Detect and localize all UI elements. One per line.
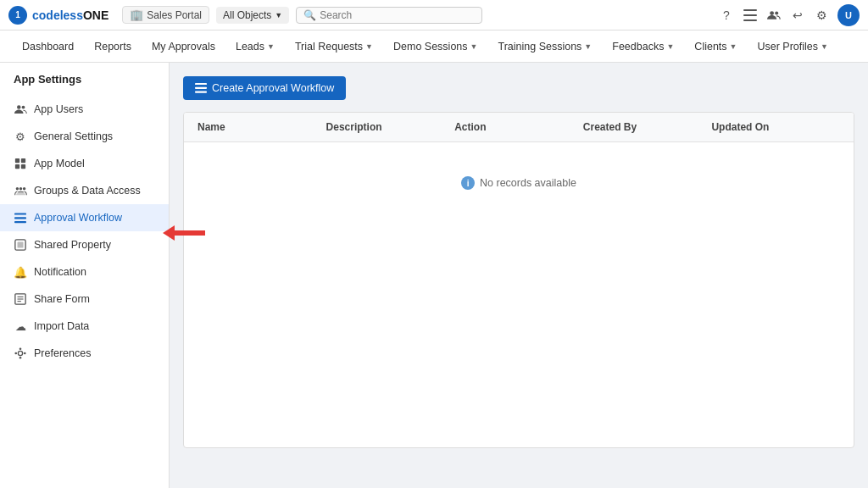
workflow-icon [14, 211, 27, 225]
chevron-down-icon: ▼ [730, 42, 737, 51]
svg-rect-28 [195, 83, 207, 85]
app-badge-icon: 🏢 [130, 8, 143, 21]
table-body: i No records available [184, 142, 854, 447]
sidebar-item-general-settings[interactable]: ⚙ General Settings [0, 123, 169, 150]
app-badge[interactable]: 🏢 Sales Portal [122, 6, 209, 24]
info-icon: i [461, 176, 475, 190]
nav-item-leads[interactable]: Leads ▼ [227, 36, 283, 58]
col-created-by: Created By [583, 121, 712, 133]
table-header: Name Description Action Created By Updat… [184, 113, 854, 142]
nav-label: Training Sessions [498, 41, 581, 53]
app-badge-label: Sales Portal [147, 9, 202, 21]
cloud-icon: ☁ [14, 319, 27, 333]
help-icon[interactable]: ? [719, 8, 734, 23]
model-icon [14, 157, 27, 170]
sidebar-item-preferences[interactable]: Preferences [0, 340, 169, 367]
nav-item-dashboard[interactable]: Dashboard [14, 36, 82, 58]
nav-label: Feedbacks [612, 41, 664, 53]
svg-point-23 [18, 351, 22, 355]
sidebar-item-app-users[interactable]: App Users [0, 96, 169, 123]
sidebar-title: App Settings [0, 73, 169, 96]
settings-icon[interactable]: ⚙ [814, 8, 829, 23]
svg-rect-1 [743, 14, 757, 16]
nav-label: Dashboard [22, 41, 74, 53]
no-records-text: No records available [480, 177, 576, 189]
sidebar-item-app-model[interactable]: App Model [0, 150, 169, 177]
topbar: 1 codelessONE 🏢 Sales Portal All Objects… [0, 0, 868, 30]
svg-rect-9 [15, 164, 19, 169]
nav-label: My Approvals [152, 41, 215, 53]
search-icon: 🔍 [303, 9, 316, 21]
nav-label: Clients [694, 41, 726, 53]
col-description: Description [326, 121, 455, 133]
sidebar-item-label: Preferences [34, 347, 91, 359]
svg-rect-14 [14, 213, 26, 214]
all-objects-dropdown[interactable]: All Objects ▼ [216, 7, 289, 24]
nav-item-clients[interactable]: Clients ▼ [686, 36, 745, 58]
nav-item-trial-requests[interactable]: Trial Requests ▼ [287, 36, 381, 58]
svg-point-5 [17, 105, 21, 109]
users-icon [14, 103, 27, 116]
shared-property-icon [14, 238, 27, 252]
svg-rect-29 [195, 87, 207, 89]
gear-icon: ⚙ [14, 130, 27, 143]
preferences-icon [14, 347, 27, 360]
search-bar[interactable]: 🔍 [296, 7, 482, 24]
chevron-down-icon: ▼ [275, 11, 282, 19]
no-records-message: i No records available [184, 142, 854, 224]
nav-item-feedbacks[interactable]: Feedbacks ▼ [604, 36, 682, 58]
nav-label: Trial Requests [295, 41, 363, 53]
nav-item-training-sessions[interactable]: Training Sessions ▼ [489, 36, 600, 58]
nav-item-my-approvals[interactable]: My Approvals [143, 36, 224, 58]
sidebar-item-import-data[interactable]: ☁ Import Data [0, 313, 169, 340]
svg-rect-2 [743, 19, 757, 21]
create-approval-workflow-button[interactable]: Create Approval Workflow [183, 76, 346, 100]
nav-item-reports[interactable]: Reports [86, 36, 140, 58]
sidebar-item-notification[interactable]: 🔔 Notification [0, 258, 169, 286]
all-objects-label: All Objects [223, 9, 271, 21]
svg-point-13 [22, 187, 25, 190]
col-updated-on: Updated On [711, 121, 840, 133]
chevron-down-icon: ▼ [821, 42, 828, 51]
sidebar-item-approval-workflow[interactable]: Approval Workflow [0, 204, 169, 231]
sidebar-item-label: Shared Property [34, 239, 111, 251]
svg-point-4 [775, 11, 778, 14]
sidebar-item-shared-property[interactable]: Shared Property [0, 231, 169, 258]
svg-rect-10 [21, 164, 25, 169]
sidebar-item-label: App Model [34, 158, 85, 169]
nav-label: User Profiles [758, 41, 819, 53]
sidebar: App Settings App Users ⚙ General Setting… [0, 63, 170, 488]
svg-rect-16 [14, 221, 26, 223]
chevron-down-icon: ▼ [666, 42, 674, 51]
users-icon[interactable] [766, 8, 782, 23]
svg-point-27 [24, 352, 26, 355]
nav-item-user-profiles[interactable]: User Profiles ▼ [749, 36, 837, 58]
svg-point-12 [19, 187, 21, 190]
logo-text: codelessONE [32, 8, 108, 22]
sidebar-item-share-form[interactable]: Share Form [0, 286, 169, 313]
logo: 1 codelessONE [8, 6, 108, 25]
search-input[interactable] [320, 9, 455, 21]
nav-item-demo-sessions[interactable]: Demo Sessions ▼ [385, 36, 486, 58]
bell-icon: 🔔 [14, 265, 27, 279]
history-icon[interactable]: ↩ [790, 8, 805, 23]
avatar[interactable]: U [837, 4, 860, 26]
sidebar-item-label: App Users [34, 103, 83, 115]
sidebar-item-label: Approval Workflow [34, 212, 122, 224]
sidebar-item-groups-data-access[interactable]: Groups & Data Access [0, 177, 169, 204]
create-button-label: Create Approval Workflow [212, 82, 334, 94]
menu-icon[interactable] [743, 8, 758, 23]
groups-icon [14, 184, 27, 197]
svg-rect-15 [14, 217, 26, 219]
sidebar-item-label: Groups & Data Access [34, 185, 141, 197]
topbar-icons: ? ↩ ⚙ U [719, 4, 860, 26]
sidebar-item-label: Import Data [34, 320, 89, 332]
sidebar-item-label: Share Form [34, 293, 90, 305]
content-area: Create Approval Workflow Name Descriptio… [170, 63, 868, 488]
svg-rect-7 [15, 158, 19, 163]
sidebar-item-label: Notification [34, 266, 86, 278]
svg-rect-8 [21, 158, 25, 163]
chevron-down-icon: ▼ [267, 42, 275, 51]
sidebar-item-label: General Settings [34, 130, 113, 142]
svg-rect-30 [195, 92, 207, 93]
